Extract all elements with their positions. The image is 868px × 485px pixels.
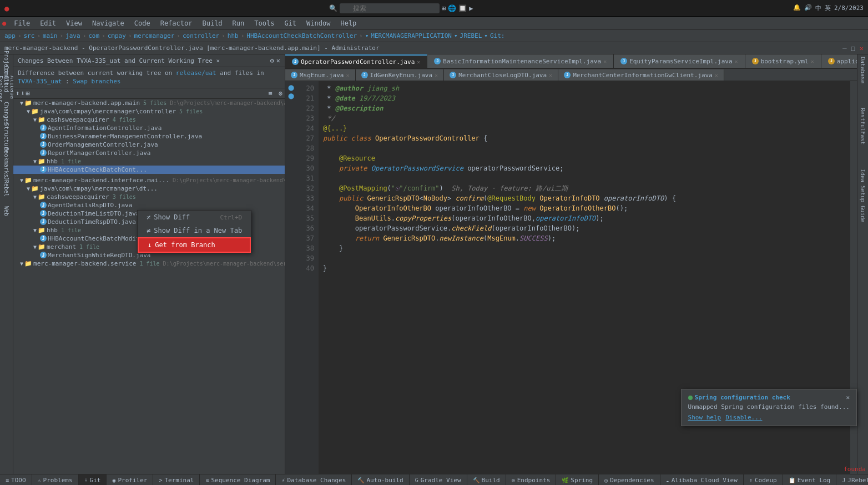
close-button[interactable]: ✕ <box>860 44 864 52</box>
sub-tab-3[interactable]: JMerchantCenterInformationGwClient.java✕ <box>558 69 724 81</box>
bottom-tab-terminal[interactable]: >Terminal <box>153 474 200 485</box>
bottom-tab-alibaba-cloud view[interactable]: ☁Alibaba Cloud View <box>660 474 744 485</box>
swap-branches-link[interactable]: Swap branches <box>73 78 120 85</box>
bottom-tab-codeup[interactable]: ↑Codeup <box>744 474 783 485</box>
group-icon[interactable]: ⊞ <box>26 89 29 97</box>
disable-link[interactable]: Disable... <box>725 414 762 421</box>
structure-icon[interactable]: Structure <box>1 132 12 143</box>
database-icon[interactable]: Database <box>860 57 866 83</box>
menu-item-file[interactable]: File <box>9 18 34 28</box>
show-diff-new-tab-menu-item[interactable]: ≠Show Diff in a New Tab <box>138 224 251 237</box>
breadcrumb-item[interactable]: JREBEL <box>460 32 482 39</box>
search-input[interactable] <box>340 3 440 13</box>
menu-item-git[interactable]: Git <box>280 18 301 28</box>
menu-item-view[interactable]: View <box>62 18 87 28</box>
breadcrumb-item[interactable]: src <box>24 32 35 39</box>
breadcrumb-item[interactable]: main <box>43 32 58 39</box>
tree-item[interactable]: ▼ 📁 merc-manager-backend.service1 fileD:… <box>13 259 285 268</box>
tab-4[interactable]: Japplication.yml✕ <box>821 54 857 68</box>
breadcrumb-item[interactable]: Git: <box>490 32 505 39</box>
menu-item-build[interactable]: Build <box>198 18 226 28</box>
breadcrumb-item[interactable]: mercmanager <box>134 32 175 39</box>
sub-tab-1[interactable]: JIdGenKeyEnum.java✕ <box>356 69 445 81</box>
breadcrumb-item[interactable]: hhb <box>228 32 239 39</box>
bottom-tab-auto-build[interactable]: 🔨Auto-build <box>352 474 409 485</box>
tab-close-icon[interactable]: ✕ <box>603 58 607 64</box>
bottom-tab-event-log[interactable]: 📋Event Log <box>783 474 837 485</box>
bottom-tab-gradle-view[interactable]: GGradle View <box>410 474 467 485</box>
spring-notif-close[interactable]: ✕ <box>846 394 850 401</box>
restfulfast-icon[interactable]: RestfulFast <box>860 108 866 144</box>
tree-item[interactable]: J BusinessParameterManagementController.… <box>13 132 285 141</box>
breadcrumb-item[interactable]: app <box>4 32 16 39</box>
breadcrumb-item[interactable]: com <box>88 32 99 39</box>
tree-item[interactable]: ▼ 📁 java\com\cmpay\mercmanager\controlle… <box>13 107 285 116</box>
tab-0[interactable]: JOperatorPasswordController.java✕ <box>285 54 427 68</box>
bottom-tab-sequence-diagram[interactable]: ≋Sequence Diagram <box>200 474 276 485</box>
tree-item[interactable]: J OrderManagementController.java <box>13 141 285 149</box>
tab-close-icon[interactable]: ✕ <box>417 59 420 65</box>
sub-tab-0[interactable]: JMsgEnum.java✕ <box>285 69 356 81</box>
bookmarks-icon[interactable]: Bookmarks <box>1 157 12 168</box>
tab-3[interactable]: Jbootstrap.yml✕ <box>745 54 821 68</box>
menu-item-refactor[interactable]: Refactor <box>156 18 197 28</box>
tree-item[interactable]: ▼ 📁 merc-manager-backend.interface.mai..… <box>13 176 285 184</box>
minimize-button[interactable]: ─ <box>842 44 846 52</box>
tab-close-icon[interactable]: ✕ <box>735 58 738 64</box>
maximize-button[interactable]: □ <box>851 44 855 52</box>
breadcrumb-item[interactable]: ▾ <box>454 32 458 39</box>
menu-item-navigate[interactable]: Navigate <box>88 18 129 28</box>
web-icon[interactable]: Web <box>1 206 12 217</box>
breadcrumb-item[interactable]: HHBAccountCheckBatchController <box>246 32 357 39</box>
tree-item[interactable]: ▼ 📁 merc-manager-backend.app.main5 files… <box>13 99 285 107</box>
bottom-tab-database-changes[interactable]: ⚡Database Changes <box>276 474 352 485</box>
menu-item-code[interactable]: Code <box>130 18 155 28</box>
tab-1[interactable]: JBasicInformationMaintenanceServiceImpl.… <box>427 54 614 68</box>
show-diff-menu-item[interactable]: ≠Show Diff Ctrl+D <box>138 211 251 224</box>
menu-item-window[interactable]: Window <box>302 18 335 28</box>
bottom-tab-endpoints[interactable]: ⊕Endpoints <box>506 474 557 485</box>
cloud-icon[interactable]: Alibaba Cloud Explorer <box>1 83 12 94</box>
changes-close-icon[interactable]: ✕ <box>276 57 280 64</box>
menu-item-run[interactable]: Run <box>228 18 249 28</box>
tree-item[interactable]: ▼ 📁 hhb1 file <box>13 157 285 166</box>
expand-all-icon[interactable]: ⬆ <box>16 89 19 97</box>
menu-item-help[interactable]: Help <box>336 18 361 28</box>
menu-item-tools[interactable]: Tools <box>250 18 279 28</box>
tab-2[interactable]: JEquityParamsServiceImpl.java✕ <box>614 54 745 68</box>
tree-item[interactable]: J HHBAccountCheckBatchCont... <box>13 166 285 174</box>
breadcrumb-item[interactable]: java <box>65 32 80 39</box>
bottom-tab-git[interactable]: ⑂Git <box>79 474 107 485</box>
breadcrumb-item[interactable]: ▾ <box>484 32 488 39</box>
bottom-tab-jrebel-console[interactable]: JJRebel Console <box>836 474 868 485</box>
sub-tab-close-icon[interactable]: ✕ <box>346 72 349 78</box>
tree-item[interactable]: ▼ 📁 cashsweepacquirer4 files <box>13 116 285 124</box>
bottom-tab-todo[interactable]: ≡TODO <box>0 474 32 485</box>
bottom-tab-profiler[interactable]: ◉Profiler <box>107 474 153 485</box>
bottom-tab-build[interactable]: 🔨Build <box>467 474 506 485</box>
sub-tab-close-icon[interactable]: ✕ <box>549 72 552 78</box>
settings2-icon[interactable]: ⚙ <box>279 89 282 97</box>
breadcrumb-item[interactable]: controller <box>183 32 219 39</box>
collapse-all-icon[interactable]: ⬇ <box>21 89 24 97</box>
tree-item[interactable]: J AgentInformationController.java <box>13 124 285 132</box>
release-uat-link[interactable]: release/uat <box>176 69 216 77</box>
show-help-link[interactable]: Show help <box>688 414 721 421</box>
changes-icon[interactable]: Changes <box>1 108 12 119</box>
sort-icon[interactable]: ≡ <box>268 89 272 97</box>
tvxa-link[interactable]: TVXA-335_uat <box>18 78 62 85</box>
jrebel-icon[interactable]: JRebel <box>1 181 12 192</box>
tree-item[interactable]: ▼ 📁 cashsweepacquirer3 files <box>13 193 285 201</box>
get-from-branch-menu-item[interactable]: ↓Get from Branch <box>138 237 251 253</box>
gutter-icon[interactable]: ⬤ <box>285 83 296 92</box>
changes-settings-icon[interactable]: ⚙ <box>270 57 274 64</box>
tree-item[interactable]: J ReportManagerController.java <box>13 149 285 157</box>
ideaSetupGuide-icon[interactable]: Idea Setup Guide <box>860 169 866 222</box>
tree-item[interactable]: ▼ 📁 java\com\cmpay\mercmanager\dt... <box>13 184 285 193</box>
tree-item[interactable]: J AgentDetailsRspDTO.java <box>13 201 285 209</box>
sub-tab-close-icon[interactable]: ✕ <box>715 72 718 78</box>
gutter-icon[interactable]: ⬤ <box>285 92 296 100</box>
breadcrumb-item[interactable]: cmpay <box>108 32 126 39</box>
sub-tab-2[interactable]: JMerchantCloseLogDTO.java✕ <box>444 69 558 81</box>
tab-close-icon[interactable]: ✕ <box>811 58 814 64</box>
